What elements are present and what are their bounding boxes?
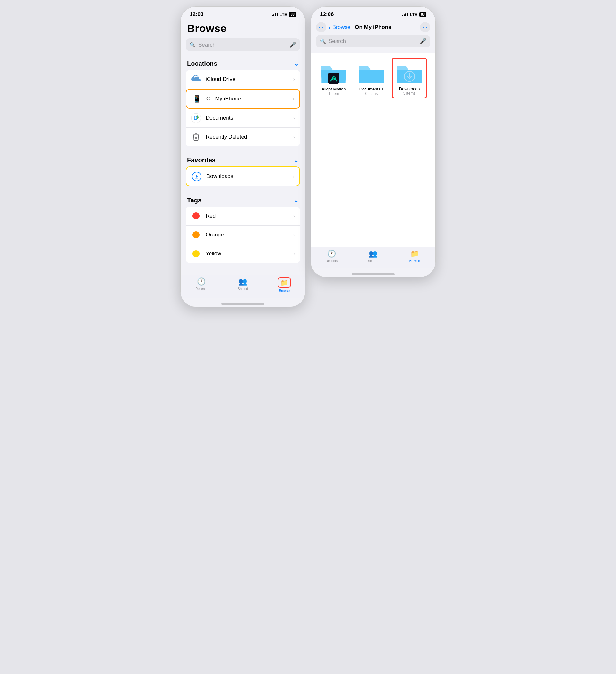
- left-signal-icon: [272, 12, 278, 16]
- folder-grid: Alight Motion 1 item Documents 1 0 items: [316, 58, 430, 99]
- recents-icon-left: 🕐: [197, 277, 206, 286]
- right-tab-bar: 🕐 Recents 👥 Shared 📁 Browse: [311, 247, 435, 268]
- tag-orange-chevron: ›: [293, 232, 295, 238]
- on-my-iphone-item[interactable]: 📱 On My iPhone ›: [186, 89, 300, 109]
- recently-deleted-label: Recently Deleted: [206, 134, 293, 140]
- documents1-folder-icon: [357, 60, 386, 85]
- trash-icon: [191, 132, 201, 142]
- tag-yellow-item[interactable]: Yellow ›: [186, 244, 300, 263]
- right-more-btn-left[interactable]: ···: [316, 22, 326, 32]
- locations-chevron[interactable]: ⌄: [294, 60, 299, 68]
- browse-icon-left: 📁: [280, 279, 288, 286]
- tag-yellow-icon: [191, 249, 201, 259]
- tab-recents-left[interactable]: 🕐 Recents: [181, 277, 222, 293]
- shared-icon-left: 👥: [238, 277, 247, 286]
- alight-motion-folder-icon: [319, 60, 348, 85]
- phones-container: 12:03 LTE 88 Browse 🔍 Search 🎤: [180, 6, 436, 307]
- more-dots-icon: ···: [422, 24, 427, 31]
- right-home-bar: [351, 273, 395, 275]
- tab-shared-left[interactable]: 👥 Shared: [222, 277, 264, 293]
- left-home-bar: [221, 303, 265, 305]
- folder-grid-area: Alight Motion 1 item Documents 1 0 items: [311, 52, 435, 247]
- tag-yellow-chevron: ›: [293, 251, 295, 257]
- icloud-drive-item[interactable]: iCloud Drive ›: [186, 70, 300, 89]
- tag-red-chevron: ›: [293, 213, 295, 219]
- right-signal-icon: [402, 12, 408, 16]
- downloads-favorite-chevron: ›: [293, 174, 294, 179]
- alight-motion-name: Alight Motion: [321, 87, 345, 91]
- documents-chevron: ›: [293, 115, 295, 121]
- more-dots-icon-left: ···: [319, 24, 323, 31]
- documents1-folder[interactable]: Documents 1 0 items: [354, 58, 389, 99]
- recents-label-left: Recents: [195, 287, 207, 291]
- downloads-folder-icon: [395, 60, 424, 84]
- downloads-icon: [192, 171, 202, 182]
- documents1-count: 0 items: [366, 91, 378, 96]
- right-battery: 88: [419, 12, 426, 17]
- alight-motion-folder[interactable]: Alight Motion 1 item: [316, 58, 351, 99]
- svg-text:D: D: [194, 115, 198, 121]
- tag-orange-icon: [191, 230, 201, 240]
- back-button[interactable]: ‹ Browse: [329, 24, 350, 31]
- recents-icon-right: 🕐: [327, 250, 336, 258]
- right-more-btn[interactable]: ···: [420, 22, 430, 32]
- tab-recents-right[interactable]: 🕐 Recents: [311, 250, 352, 263]
- tags-list: Red › Orange ›: [186, 207, 300, 263]
- left-search-placeholder[interactable]: Search: [198, 42, 287, 48]
- locations-title: Locations: [187, 60, 217, 68]
- favorites-title: Favorites: [187, 156, 216, 164]
- downloads-folder[interactable]: Downloads 5 items: [392, 58, 427, 99]
- left-mic-icon[interactable]: 🎤: [289, 41, 296, 48]
- tab-shared-right[interactable]: 👥 Shared: [352, 250, 394, 263]
- right-content: ··· ‹ Browse On My iPhone ··· 🔍 Search 🎤: [311, 20, 435, 277]
- downloads-favorite-item[interactable]: Downloads ›: [186, 167, 299, 186]
- downloads-folder-count: 5 items: [403, 91, 416, 96]
- browse-title: Browse: [181, 20, 305, 38]
- right-search-icon: 🔍: [320, 38, 326, 44]
- documents-item[interactable]: D Documents ›: [186, 109, 300, 128]
- right-status-icons: LTE 88: [402, 12, 426, 17]
- left-status-icons: LTE 88: [272, 12, 296, 17]
- left-phone: 12:03 LTE 88 Browse 🔍 Search 🎤: [180, 6, 305, 307]
- recents-label-right: Recents: [326, 259, 337, 263]
- documents-icon: D: [191, 113, 201, 123]
- documents-label: Documents: [206, 115, 293, 121]
- locations-section-header: Locations ⌄: [186, 56, 300, 70]
- left-search-icon: 🔍: [190, 42, 196, 48]
- right-search-placeholder[interactable]: Search: [328, 38, 417, 44]
- tag-red-label: Red: [206, 213, 293, 219]
- tag-red-item[interactable]: Red ›: [186, 207, 300, 226]
- locations-list: iCloud Drive › 📱 On My iPhone ›: [186, 70, 300, 146]
- tab-browse-right[interactable]: 📁 Browse: [394, 250, 435, 263]
- tags-chevron[interactable]: ⌄: [294, 197, 299, 204]
- icloud-icon: [191, 74, 201, 84]
- back-label: Browse: [332, 24, 351, 30]
- favorites-chevron[interactable]: ⌄: [294, 157, 299, 164]
- right-search-bar[interactable]: 🔍 Search 🎤: [316, 35, 430, 47]
- left-status-bar: 12:03 LTE 88: [181, 7, 305, 20]
- alight-motion-count: 1 item: [328, 91, 339, 96]
- shared-label-right: Shared: [368, 259, 378, 263]
- downloads-folder-name: Downloads: [399, 86, 420, 91]
- left-search-bar[interactable]: 🔍 Search 🎤: [186, 38, 300, 51]
- browse-icon-right: 📁: [410, 250, 419, 258]
- left-time: 12:03: [190, 11, 203, 18]
- tags-section-header: Tags ⌄: [186, 193, 300, 207]
- right-mic-icon[interactable]: 🎤: [420, 38, 426, 44]
- browse-label-left: Browse: [279, 289, 290, 293]
- tab-browse-left[interactable]: 📁 Browse: [264, 277, 305, 293]
- icloud-drive-label: iCloud Drive: [206, 76, 293, 83]
- tags-title: Tags: [187, 197, 201, 204]
- recently-deleted-item[interactable]: Recently Deleted ›: [186, 128, 300, 146]
- favorites-section-header: Favorites ⌄: [186, 153, 300, 166]
- right-lte-label: LTE: [410, 12, 417, 17]
- shared-icon-right: 👥: [369, 250, 377, 258]
- right-phone: 12:06 LTE 88 ··· ‹ Browse: [311, 6, 436, 277]
- browse-label-right: Browse: [409, 259, 420, 263]
- tag-yellow-label: Yellow: [206, 250, 293, 257]
- tag-orange-item[interactable]: Orange ›: [186, 226, 300, 244]
- alight-motion-app-icon: [328, 73, 339, 84]
- icloud-drive-chevron: ›: [293, 76, 295, 82]
- right-search-container: 🔍 Search 🎤: [316, 35, 430, 47]
- on-my-iphone-label: On My iPhone: [206, 96, 293, 102]
